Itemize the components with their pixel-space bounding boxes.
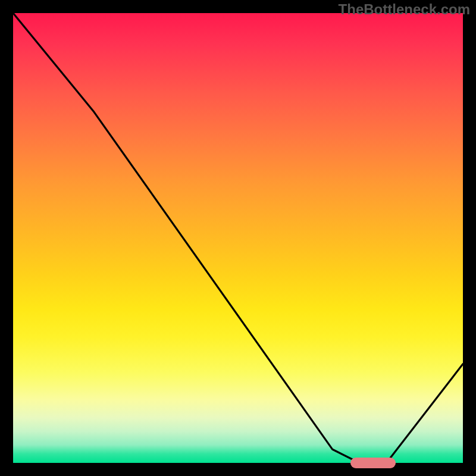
bottleneck-curve	[13, 13, 463, 463]
chart-frame: TheBottleneck.com	[0, 0, 476, 476]
plot-area	[13, 13, 463, 463]
watermark-text: TheBottleneck.com	[339, 1, 470, 18]
optimal-range-marker	[350, 458, 396, 468]
